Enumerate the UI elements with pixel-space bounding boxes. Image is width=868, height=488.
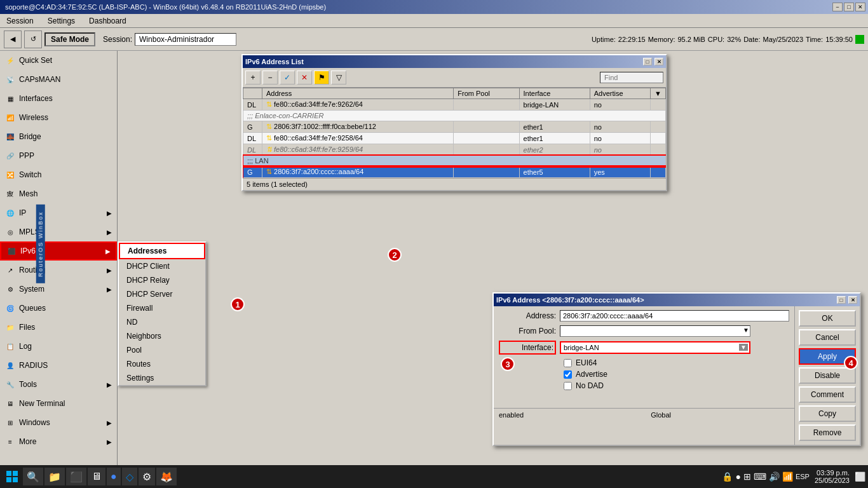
sidebar-item-windows[interactable]: ⊞ Windows ▶ [0,413,117,432]
sidebar-item-wireless[interactable]: 📶 Wireless [0,108,117,127]
tray-network2-icon[interactable]: 📶 [782,471,793,482]
submenu-dhcp-server[interactable]: DHCP Server [119,287,205,301]
from-pool-dropdown-icon[interactable]: ▼ [743,327,749,334]
sidebar-item-bridge[interactable]: 🌉 Bridge [0,127,117,146]
tray-icons-more[interactable]: ⊞ [743,471,751,482]
ok-button[interactable]: OK [799,310,856,327]
from-pool-input[interactable] [560,325,750,337]
safe-mode-button[interactable]: Safe Mode [44,32,95,46]
no-dad-checkbox[interactable] [564,382,572,390]
col-from-pool[interactable]: From Pool [454,88,519,99]
list-enable-btn[interactable]: ✓ [280,71,295,85]
taskbar-terminal-btn[interactable]: ⬛ [66,468,86,485]
table-row[interactable]: DL ⇅ fe80::c6ad:34ff:fe7e:9258/64 ether1… [243,133,666,144]
maximize-button[interactable]: □ [844,3,854,11]
start-button[interactable] [3,468,22,485]
tray-network-icon[interactable]: 🔒 [722,471,733,482]
sidebar-item-interfaces[interactable]: ▦ Interfaces [0,89,117,108]
interface-input[interactable] [561,342,749,353]
col-address[interactable]: Address [262,88,454,99]
submenu-pool[interactable]: Pool [119,343,205,357]
sidebar-item-routing[interactable]: ↗ Routing ▶ [0,261,117,280]
sidebar-item-system[interactable]: ⚙ System ▶ [0,280,117,299]
col-interface[interactable]: Interface [519,88,590,99]
sidebar-label-new-terminal: New Terminal [19,399,65,408]
list-add-btn[interactable]: + [245,71,261,85]
ipv6-list-close-btn[interactable]: ✕ [654,58,663,65]
tray-speaker-icon[interactable]: 🔊 [769,471,780,482]
submenu-routes[interactable]: Routes [119,357,205,371]
sidebar-item-switch[interactable]: 🔀 Switch [0,165,117,184]
menu-session[interactable]: Session [3,15,37,27]
submenu-dhcp-client[interactable]: DHCP Client [119,259,205,273]
col-extra[interactable]: ▼ [651,88,666,99]
list-find-input[interactable] [600,72,663,83]
list-disable-btn[interactable]: ✕ [297,71,312,85]
taskbar-edge-btn[interactable]: ◇ [122,468,137,485]
sidebar-item-mpls[interactable]: ◎ MPLS ▶ [0,222,117,241]
sidebar-item-capsman[interactable]: 📡 CAPsMAAN [0,70,117,89]
sidebar-item-ip[interactable]: 🌐 IP ▶ [0,203,117,222]
menu-dashboard[interactable]: Dashboard [85,15,130,27]
address-input[interactable] [560,310,789,322]
sidebar-item-quick-set[interactable]: ⚡ Quick Set [0,51,117,70]
taskbar-vm-btn[interactable]: 🖥 [88,468,105,485]
taskbar-firefox-btn[interactable]: 🦊 [156,468,177,485]
submenu-nd[interactable]: ND [119,315,205,329]
sidebar-item-new-terminal[interactable]: 🖥 New Terminal [0,394,117,413]
back-button[interactable]: ◀ [4,30,22,48]
sidebar-item-mesh[interactable]: 🕸 Mesh [0,184,117,203]
disable-button[interactable]: Disable [799,367,856,384]
sidebar-item-ipv6[interactable]: ⬛ IPv6 ▶ [0,241,117,261]
minimize-button[interactable]: − [832,3,843,11]
sidebar-item-files[interactable]: 📁 Files [0,318,117,337]
tray-mikrotik-icon[interactable]: ● [735,471,740,482]
table-row[interactable]: G ⇅ 2806:3f7:1002::ffff:f0ca:bebe/112 et… [243,121,666,133]
system-clock[interactable]: 03:39 p.m. 25/05/2023 [812,469,852,484]
sidebar-item-more[interactable]: ≡ More ▶ [0,432,117,451]
menu-settings[interactable]: Settings [44,15,79,27]
session-label: Session: [103,35,132,44]
cancel-button[interactable]: Cancel [799,329,856,346]
taskbar-settings-btn[interactable]: ⚙ [139,468,155,485]
taskbar-files-btn[interactable]: 📁 [44,468,65,485]
list-remove-btn[interactable]: − [262,71,278,85]
interface-dropdown-icon[interactable]: ▼ [739,344,748,351]
submenu-dhcp-relay[interactable]: DHCP Relay [119,273,205,287]
sidebar-item-tools[interactable]: 🔧 Tools ▶ [0,375,117,394]
ipv6-addr-titlebar[interactable]: IPv6 Address <2806:3f7:a200:cccc::aaaa/6… [494,294,860,306]
ipv6-addr-close-btn[interactable]: ✕ [848,296,857,304]
eui64-checkbox[interactable] [564,359,572,367]
submenu-firewall-label: Firewall [126,304,153,313]
advertise-checkbox[interactable] [564,370,572,379]
taskbar-search-btn[interactable]: 🔍 [23,468,43,485]
tray-keyboard-icon[interactable]: ⌨ [754,471,766,482]
col-type[interactable] [243,88,262,99]
sidebar-item-queues[interactable]: 🌀 Queues [0,299,117,318]
list-comment-btn[interactable]: ⚑ [314,71,329,85]
submenu-addresses[interactable]: Addresses [119,243,205,259]
ipv6-list-titlebar[interactable]: IPv6 Address List □ ✕ [243,55,666,68]
taskbar-chrome-btn[interactable]: ● [107,468,121,485]
comment-button[interactable]: Comment [799,386,856,403]
list-filter-btn[interactable]: ▽ [331,71,346,85]
show-desktop-icon[interactable]: ⬜ [855,471,865,482]
col-advertise[interactable]: Advertise [590,88,650,99]
forward-button[interactable]: ↺ [24,30,42,48]
table-row[interactable]: DL ⇅ fe80::c6ad:34ff:fe7e:9262/64 bridge… [243,99,666,111]
sidebar-item-ppp[interactable]: 🔗 PPP [0,146,117,165]
submenu-settings[interactable]: Settings [119,371,205,385]
close-button[interactable]: ✕ [855,3,865,11]
remove-button[interactable]: Remove [799,424,856,441]
table-row-lan-comment: ;;; LAN [243,156,666,166]
table-row[interactable]: DL ⇅ fe80::c6ad:34ff:fe7e:9259/64 ether2… [243,144,666,156]
sidebar-item-log[interactable]: 📋 Log [0,337,117,356]
language-indicator[interactable]: ESP [796,473,810,480]
copy-button[interactable]: Copy [799,405,856,422]
ipv6-list-minimize-btn[interactable]: □ [643,58,652,65]
submenu-firewall[interactable]: Firewall [119,301,205,315]
ipv6-addr-minimize-btn[interactable]: □ [837,296,846,304]
table-row-selected[interactable]: G ⇅ 2806:3f7:a200:cccc::aaaa/64 ether5 y… [243,166,666,178]
sidebar-item-radius[interactable]: 👤 RADIUS [0,356,117,375]
submenu-neighbors[interactable]: Neighbors [119,329,205,343]
